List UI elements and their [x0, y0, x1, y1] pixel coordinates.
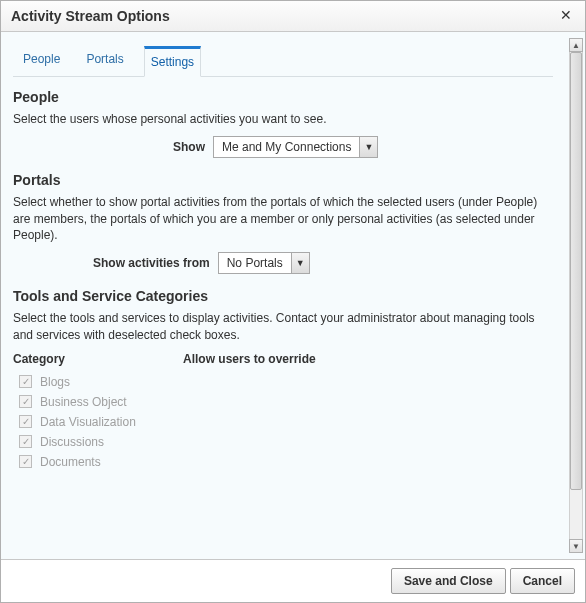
tab-people[interactable]: People — [17, 46, 66, 76]
chevron-down-icon[interactable]: ▼ — [291, 253, 309, 273]
tools-row: ✓ Blogs — [13, 372, 553, 392]
tools-item-label: Discussions — [40, 435, 104, 449]
tools-col-override: Allow users to override — [183, 352, 316, 366]
checkbox-icon[interactable]: ✓ — [19, 375, 32, 388]
people-show-row: Show Me and My Connections ▼ — [173, 136, 553, 158]
content-inner: People Portals Settings People Select th… — [9, 36, 557, 472]
tools-item-label: Business Object — [40, 395, 127, 409]
content-area: People Portals Settings People Select th… — [1, 32, 585, 559]
portals-from-value: No Portals — [219, 253, 291, 273]
tools-col-category: Category — [13, 352, 183, 366]
cancel-button[interactable]: Cancel — [510, 568, 575, 594]
tools-row: ✓ Discussions — [13, 432, 553, 452]
tab-portals[interactable]: Portals — [80, 46, 129, 76]
portals-from-select[interactable]: No Portals ▼ — [218, 252, 310, 274]
tab-settings[interactable]: Settings — [144, 46, 201, 77]
tools-header-row: Category Allow users to override — [13, 352, 553, 366]
checkbox-icon[interactable]: ✓ — [19, 455, 32, 468]
scroll-track[interactable] — [569, 52, 583, 539]
scroll-thumb[interactable] — [570, 52, 582, 490]
dialog: Activity Stream Options ✕ People Portals… — [0, 0, 586, 603]
portals-desc: Select whether to show portal activities… — [13, 194, 553, 244]
tools-row: ✓ Data Visualization — [13, 412, 553, 432]
tools-item-label: Data Visualization — [40, 415, 136, 429]
scrollbar[interactable]: ▲ ▼ — [569, 38, 583, 553]
dialog-title: Activity Stream Options — [11, 8, 170, 24]
tools-row: ✓ Business Object — [13, 392, 553, 412]
tools-item-label: Blogs — [40, 375, 70, 389]
scroll-down-icon[interactable]: ▼ — [569, 539, 583, 553]
tools-table: Category Allow users to override ✓ Blogs… — [13, 352, 553, 472]
people-desc: Select the users whose personal activiti… — [13, 111, 553, 128]
scroll-up-icon[interactable]: ▲ — [569, 38, 583, 52]
portals-from-row: Show activities from No Portals ▼ — [93, 252, 553, 274]
tools-item-label: Documents — [40, 455, 101, 469]
close-icon[interactable]: ✕ — [557, 7, 575, 25]
people-show-value: Me and My Connections — [214, 137, 359, 157]
tools-heading: Tools and Service Categories — [13, 288, 553, 304]
portals-from-label: Show activities from — [93, 256, 210, 270]
people-heading: People — [13, 89, 553, 105]
tools-desc: Select the tools and services to display… — [13, 310, 553, 344]
checkbox-icon[interactable]: ✓ — [19, 435, 32, 448]
checkbox-icon[interactable]: ✓ — [19, 395, 32, 408]
tools-row: ✓ Documents — [13, 452, 553, 472]
chevron-down-icon[interactable]: ▼ — [359, 137, 377, 157]
dialog-footer: Save and Close Cancel — [1, 559, 585, 602]
people-show-select[interactable]: Me and My Connections ▼ — [213, 136, 378, 158]
tab-bar: People Portals Settings — [13, 40, 553, 77]
save-and-close-button[interactable]: Save and Close — [391, 568, 506, 594]
people-show-label: Show — [173, 140, 205, 154]
checkbox-icon[interactable]: ✓ — [19, 415, 32, 428]
titlebar: Activity Stream Options ✕ — [1, 1, 585, 32]
portals-heading: Portals — [13, 172, 553, 188]
